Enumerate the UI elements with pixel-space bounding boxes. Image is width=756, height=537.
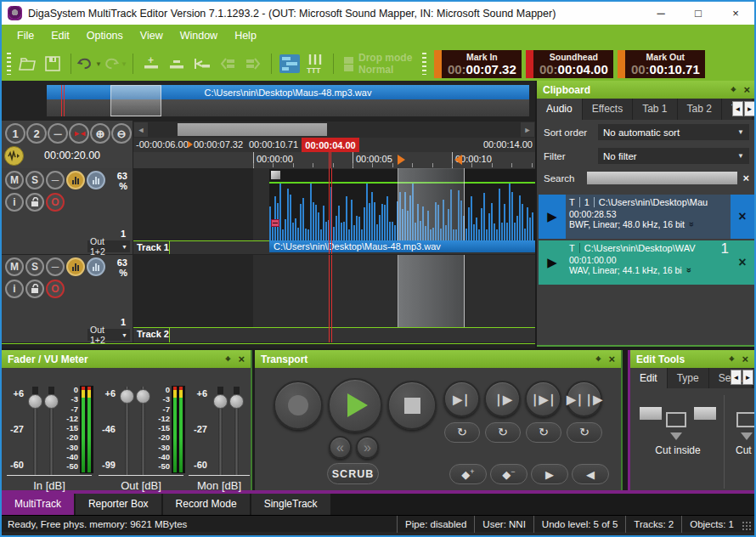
- forward-button[interactable]: »: [356, 436, 379, 459]
- overview-visible-window[interactable]: [110, 85, 161, 116]
- multitrack-view-icon[interactable]: [277, 51, 302, 76]
- waveform-toggle-button[interactable]: [4, 146, 24, 166]
- pin-icon[interactable]: ⌖: [595, 353, 601, 365]
- entry-info[interactable]: T C:\Users\nin\Desktop\WAV 1 00:01:00.00…: [566, 240, 731, 285]
- slider-thumb[interactable]: [213, 394, 228, 409]
- collapse-button[interactable]: ─: [48, 123, 68, 144]
- add-marker-button[interactable]: ◆+: [449, 464, 487, 484]
- zoom-in-button[interactable]: ⊕: [90, 123, 110, 144]
- collapse-chevron-icon[interactable]: «: [685, 222, 696, 227]
- minimize-track-button[interactable]: ─: [46, 171, 65, 189]
- fader-slider[interactable]: [229, 387, 244, 475]
- stop-button[interactable]: [387, 381, 437, 430]
- scrollbar-thumb[interactable]: [178, 123, 327, 136]
- minimize-button[interactable]: ─: [642, 2, 680, 25]
- menu-view[interactable]: View: [132, 25, 172, 47]
- undo-icon[interactable]: ▼: [76, 51, 102, 76]
- tab-reporter-box[interactable]: Reporter Box: [76, 494, 163, 515]
- toolbar-grip[interactable]: [422, 53, 426, 75]
- slider-thumb[interactable]: [44, 394, 59, 409]
- tab-scroll-right-icon[interactable]: ►: [744, 101, 755, 116]
- tab-multitrack[interactable]: MultiTrack: [2, 494, 76, 515]
- slider-thumb[interactable]: [120, 389, 134, 404]
- tab-scroll-left-icon[interactable]: ◄: [731, 370, 742, 385]
- search-input[interactable]: [587, 172, 737, 184]
- remove-marker-button[interactable]: ◆−: [490, 464, 528, 484]
- redo-dropdown-icon[interactable]: ▼: [121, 60, 127, 68]
- play-button[interactable]: [328, 378, 382, 432]
- close-icon[interactable]: ×: [238, 353, 245, 365]
- clipboard-entry-1[interactable]: ▶ T 1 C:\Users\nin\Desktop\Mau 00:00:28.…: [539, 195, 754, 239]
- solo-button[interactable]: S: [25, 257, 44, 276]
- tab-singletrack[interactable]: SingleTrack: [251, 494, 332, 515]
- record-arm-button[interactable]: O: [46, 193, 65, 212]
- tab-scroll-left-icon[interactable]: ◄: [732, 101, 743, 116]
- menu-options[interactable]: Options: [78, 25, 132, 47]
- tab-effects[interactable]: Effects: [583, 99, 633, 120]
- add-track-icon[interactable]: +: [138, 51, 164, 76]
- track-1-lane[interactable]: C:\Users\nin\Desktop\Maus-48.mp3.wav Tra…: [133, 168, 535, 254]
- transport-title-bar[interactable]: Transport ⌖×: [255, 350, 621, 368]
- object-right-icon[interactable]: [240, 51, 266, 76]
- remove-track-icon[interactable]: [164, 51, 189, 76]
- zoom-selection-button[interactable]: ►◄: [69, 123, 89, 144]
- cut-outside-tool[interactable]: Cut o: [731, 400, 754, 456]
- open-icon[interactable]: [14, 51, 40, 76]
- clip-handle[interactable]: [271, 171, 280, 179]
- resize-grip[interactable]: [742, 521, 752, 531]
- scroll-right-icon[interactable]: ►: [521, 122, 534, 137]
- play-from-soundhead-button[interactable]: ❘▶: [484, 381, 521, 417]
- menu-window[interactable]: Window: [172, 25, 226, 47]
- fader-title-bar[interactable]: Fader / VU Meter ⌖×: [2, 350, 251, 368]
- fader-slider[interactable]: [120, 387, 134, 475]
- mute-button[interactable]: M: [5, 171, 24, 189]
- play-entry-button[interactable]: ▶: [539, 240, 566, 285]
- close-icon[interactable]: ×: [743, 83, 750, 96]
- info-button[interactable]: i: [5, 280, 24, 298]
- scroll-left-icon[interactable]: ◄: [134, 122, 148, 137]
- undo-dropdown-icon[interactable]: ▼: [95, 60, 102, 68]
- fader-slider[interactable]: [213, 387, 228, 475]
- maximize-button[interactable]: □: [680, 2, 717, 25]
- collapse-chevron-icon[interactable]: «: [683, 268, 693, 273]
- info-button[interactable]: i: [5, 193, 24, 212]
- pin-icon[interactable]: ⌖: [731, 84, 736, 95]
- slider-thumb[interactable]: [229, 394, 244, 409]
- output-select[interactable]: Out 1+2▼: [87, 329, 130, 341]
- play-selection-button[interactable]: ❘▶❘: [525, 381, 561, 417]
- clipboard-title-bar[interactable]: Clipboard ⌖×: [537, 81, 756, 99]
- remove-entry-button[interactable]: ×: [731, 195, 754, 239]
- timeline-ruler[interactable]: 00:00:00 00:00:05 00:00:10: [133, 152, 535, 168]
- waveform-display-button[interactable]: [66, 171, 85, 189]
- envelope-display-button[interactable]: [87, 171, 105, 189]
- cut-inside-tool[interactable]: Cut inside: [634, 400, 722, 456]
- play-entry-button[interactable]: ▶: [539, 195, 566, 239]
- mixer-view-icon[interactable]: TTT: [302, 51, 328, 76]
- mark-in-display[interactable]: Mark In 00:00:07.32: [434, 50, 522, 78]
- zoom-out-button[interactable]: ⊖: [111, 123, 132, 144]
- play-to-soundhead-button[interactable]: ▶❘: [443, 381, 480, 417]
- fader-slider[interactable]: [44, 387, 59, 475]
- drop-mode-control[interactable]: Drop mode Normal: [342, 52, 412, 76]
- close-icon[interactable]: ×: [608, 353, 615, 365]
- slider-thumb[interactable]: [28, 394, 42, 409]
- loop-button-1[interactable]: ↻: [444, 422, 480, 443]
- clipboard-entry-2[interactable]: ▶ T C:\Users\nin\Desktop\WAV 1 00:01:00.…: [539, 240, 754, 285]
- slider-thumb[interactable]: [136, 389, 150, 404]
- tab-1[interactable]: Tab 1: [633, 99, 677, 120]
- rewind-button[interactable]: «: [329, 436, 352, 459]
- filter-select[interactable]: No filter▼: [598, 148, 749, 164]
- menu-edit[interactable]: Edit: [42, 25, 78, 47]
- lock-button[interactable]: [25, 193, 44, 212]
- mute-button[interactable]: M: [5, 257, 24, 276]
- save-icon[interactable]: [40, 51, 65, 76]
- entry-info[interactable]: T 1 C:\Users\nin\Desktop\Mau 00:00:28.53…: [566, 195, 731, 239]
- record-arm-button[interactable]: O: [46, 280, 65, 298]
- tab-scroll-right-icon[interactable]: ►: [742, 370, 753, 385]
- tab-type[interactable]: Type: [668, 368, 709, 388]
- ruler-playhead[interactable]: [329, 152, 331, 168]
- record-button[interactable]: [274, 381, 323, 430]
- object-left-icon[interactable]: [215, 51, 240, 76]
- tab-audio[interactable]: Audio: [537, 99, 583, 120]
- loop-button-4[interactable]: ↻: [567, 422, 602, 443]
